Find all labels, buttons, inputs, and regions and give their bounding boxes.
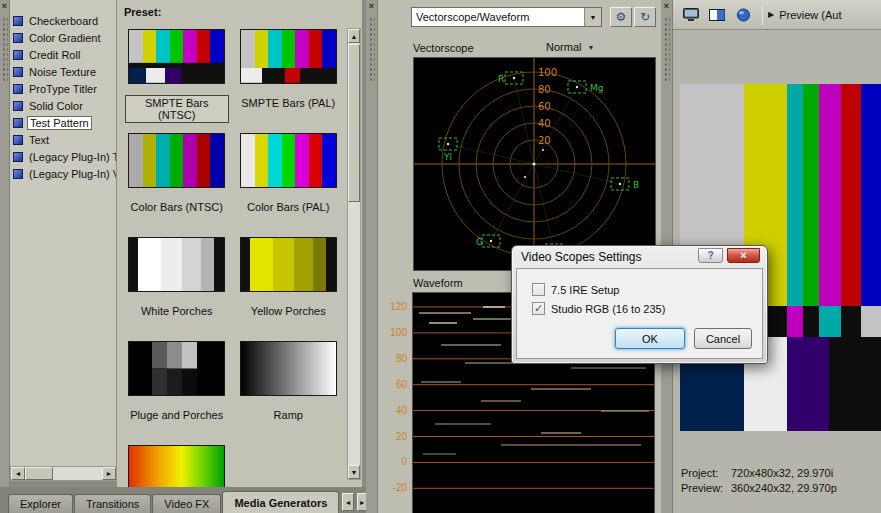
generator-item[interactable]: Test Pattern (10, 114, 116, 131)
preset-item[interactable]: Color Bars (NTSC) (125, 130, 229, 234)
waveform-scale-label: 20 (378, 431, 407, 442)
preset-label: SMPTE Bars (PAL) (237, 95, 339, 111)
generator-item[interactable]: Checkerboard (10, 12, 116, 29)
tab-list: ExplorerTransitionsVideo FXMedia Generat… (8, 491, 339, 513)
scope-panel-header: × (366, 0, 378, 513)
preset-item[interactable]: Color Bars (PAL) (236, 130, 340, 234)
preset-item[interactable]: SMPTE Bars (PAL) (236, 26, 340, 130)
dropdown-arrow-icon[interactable]: ▼ (584, 8, 601, 26)
tab-scroll-left-icon[interactable]: ◄ (342, 493, 353, 511)
scope-settings-button[interactable]: ⚙ (610, 7, 632, 27)
panel-grip-handle[interactable] (369, 17, 375, 81)
scroll-up-icon[interactable]: ▲ (348, 29, 360, 43)
plugin-icon (13, 118, 23, 128)
preset-item[interactable]: Ramp (236, 338, 340, 442)
chevron-right-icon: ▶ (768, 10, 774, 19)
project-value: 720x480x32, 29.970i (731, 467, 833, 479)
preset-thumbnail (240, 29, 337, 84)
refresh-icon: ↻ (640, 11, 650, 23)
scroll-left-icon[interactable]: ◄ (11, 467, 25, 480)
svg-text:Mg: Mg (590, 83, 603, 93)
smpte-bar (803, 84, 819, 306)
preset-scrollbar[interactable]: ▲ ▼ (347, 28, 361, 480)
app-window: × CheckerboardColor GradientCredit RollN… (0, 0, 881, 513)
generator-item[interactable]: Solid Color (10, 97, 116, 114)
checkbox-row[interactable]: ✓Studio RGB (16 to 235) (532, 299, 665, 318)
scroll-right-icon[interactable]: ► (102, 467, 116, 480)
preset-item[interactable]: Yellow Porches (236, 234, 340, 338)
scope-refresh-button[interactable]: ↻ (634, 7, 656, 27)
generator-item[interactable]: Color Gradient (10, 29, 116, 46)
generator-item[interactable]: (Legacy Plug-In) T (10, 148, 116, 165)
waveform-scale-label: 120 (378, 301, 407, 312)
generator-item[interactable]: Text (10, 131, 116, 148)
dropdown-arrow-icon: ▼ (587, 44, 594, 51)
generator-item-label: (Legacy Plug-In) V (27, 168, 117, 180)
split-screen-icon (709, 9, 725, 21)
generator-item-label: Solid Color (27, 100, 85, 112)
waveform-scale-label: 0 (378, 456, 407, 467)
generator-item[interactable]: ProType Titler (10, 80, 116, 97)
close-button[interactable]: × (727, 248, 760, 263)
scroll-down-icon[interactable]: ▼ (348, 465, 360, 479)
tab-explorer[interactable]: Explorer (8, 494, 73, 513)
project-status-line: Project:720x480x32, 29.970i (681, 466, 837, 481)
scope-mode-value: Vectorscope/Waveform (412, 11, 584, 23)
preset-label: Color Bars (PAL) (243, 199, 333, 215)
scope-mode-select[interactable]: Vectorscope/Waveform ▼ (411, 7, 602, 27)
preset-thumbnail (128, 237, 225, 292)
ok-button[interactable]: OK (615, 328, 685, 349)
preset-thumbnail (128, 133, 225, 188)
toolbar-separator (762, 5, 763, 25)
tab-transitions[interactable]: Transitions (74, 494, 151, 513)
generator-item[interactable]: Noise Texture (10, 63, 116, 80)
svg-text:20: 20 (538, 135, 551, 146)
help-button[interactable]: ? (698, 248, 723, 263)
svg-text:100: 100 (538, 67, 557, 78)
generator-item-label: Noise Texture (27, 66, 98, 78)
video-preview-button[interactable] (679, 4, 703, 26)
external-monitor-button[interactable] (731, 4, 755, 26)
preset-item[interactable]: Pluge and Porches (125, 338, 229, 442)
preview-quality-dropdown[interactable]: ▶ Preview (Aut (768, 9, 842, 21)
close-panel-icon[interactable]: × (661, 0, 672, 13)
dialog-buttons: OK Cancel (615, 328, 752, 349)
vectorscope-graticule: 10080604020 RMgYlBCyG (414, 58, 655, 270)
preview-label: Preview: (681, 481, 731, 496)
vectorscope-mode-dropdown[interactable]: Normal ▼ (546, 41, 594, 53)
waveform-scale-label: -20 (378, 482, 407, 493)
dialog-titlebar[interactable]: Video Scopes Settings ? × (512, 246, 767, 268)
checkbox[interactable] (532, 283, 545, 296)
smpte-bar (829, 337, 881, 431)
close-icon: × (740, 249, 746, 261)
generator-item-label: (Legacy Plug-In) T (27, 151, 117, 163)
tab-media-generators[interactable]: Media Generators (222, 491, 339, 513)
settings-icon: ⚙ (616, 11, 627, 23)
generator-panel-header: × (0, 0, 10, 487)
hscrollbar-thumb[interactable] (25, 467, 53, 480)
generator-item[interactable]: Credit Roll (10, 46, 116, 63)
preset-item[interactable]: White Porches (125, 234, 229, 338)
waveform-scale-label: 60 (378, 379, 407, 390)
tab-video-fx[interactable]: Video FX (152, 494, 221, 513)
panel-grip-handle[interactable] (2, 17, 8, 81)
waveform-label: Waveform (413, 277, 463, 289)
vscrollbar-thumb[interactable] (348, 44, 360, 202)
preset-thumbnail (240, 133, 337, 188)
dialog-body: 7.5 IRE Setup✓Studio RGB (16 to 235) OK … (516, 268, 763, 359)
preset-item[interactable] (125, 442, 229, 487)
generator-hscrollbar[interactable]: ◄ ► (10, 466, 117, 481)
checkbox-row[interactable]: 7.5 IRE Setup (532, 280, 665, 299)
split-screen-button[interactable] (705, 4, 729, 26)
generator-item-label: ProType Titler (27, 83, 99, 95)
preset-item[interactable]: SMPTE Bars (NTSC) (125, 26, 229, 130)
smpte-bar (841, 84, 861, 306)
generator-item[interactable]: (Legacy Plug-In) V (10, 165, 116, 182)
dialog-title: Video Scopes Settings (521, 250, 642, 264)
panel-grip-handle[interactable] (664, 17, 670, 81)
waveform-scale-label: 100 (378, 327, 407, 338)
checkbox[interactable]: ✓ (532, 302, 545, 315)
cancel-button[interactable]: Cancel (694, 328, 752, 349)
close-panel-icon[interactable]: × (366, 0, 377, 13)
close-panel-icon[interactable]: × (0, 0, 9, 13)
